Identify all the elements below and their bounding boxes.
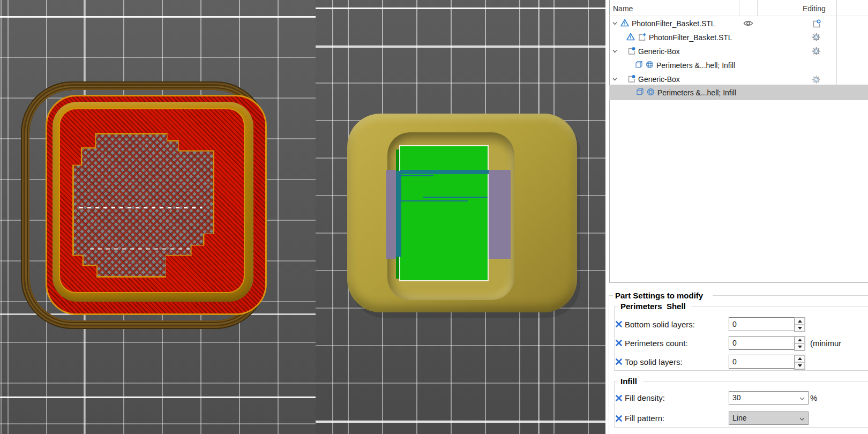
tree-item-label: Perimeters &...hell; Infill xyxy=(656,61,735,70)
shell-group-title: Perimeters Shell xyxy=(618,302,688,311)
remove-override-x-icon[interactable] xyxy=(615,339,623,349)
spinner-buttons xyxy=(794,336,805,351)
tree-row-part[interactable]: PhotonFilter_Basket.STL xyxy=(609,31,868,44)
bed-grid-line xyxy=(0,16,316,18)
tree-row-settings-summary[interactable]: Perimeters &...hell; Infill xyxy=(609,58,868,72)
warning-icon xyxy=(620,19,629,28)
warning-icon xyxy=(626,33,635,42)
editor-viewport[interactable] xyxy=(316,0,605,434)
green-modifier-volume[interactable] xyxy=(400,146,488,280)
box-dot-icon xyxy=(627,47,635,57)
column-header-name[interactable]: Name xyxy=(613,4,633,13)
object-settings-icon[interactable] xyxy=(812,19,821,29)
dropdown-chevron-icon xyxy=(799,412,808,424)
spinner-up-button[interactable] xyxy=(795,355,805,362)
gear-icon[interactable] xyxy=(812,75,821,85)
perimeters-count-input[interactable]: 0 xyxy=(729,336,798,350)
groupbox-border xyxy=(643,381,868,381)
modifier-intersection-line xyxy=(423,197,488,198)
groupbox-border xyxy=(691,306,868,306)
groupbox-border xyxy=(614,381,615,427)
spinner-down-icon xyxy=(798,327,802,330)
groupbox-border xyxy=(614,306,618,306)
tree-item-label: Generic-Box xyxy=(638,47,680,56)
column-divider[interactable] xyxy=(757,0,758,16)
setting-label: Fill pattern: xyxy=(625,414,664,423)
gcode-preview-viewport[interactable] xyxy=(0,0,316,434)
remove-override-x-icon[interactable] xyxy=(615,320,623,330)
fill-density-dropdown[interactable]: 30 xyxy=(729,391,809,405)
object-panel: Name Editing PhotonFilter_Basket.STL Pho… xyxy=(605,0,868,434)
gear-icon[interactable] xyxy=(812,33,821,42)
fill-pattern-dropdown[interactable]: Line xyxy=(729,411,809,425)
setting-label: Perimeters count: xyxy=(625,339,688,348)
groupbox-border xyxy=(614,381,618,381)
box-dot-icon xyxy=(627,74,635,85)
sphere-infill-icon xyxy=(646,61,654,70)
chevron-down-icon[interactable] xyxy=(612,75,618,84)
infill-highlight xyxy=(79,207,202,208)
modifier-intersection-band xyxy=(400,170,489,174)
cube-icon xyxy=(635,61,643,70)
eye-icon[interactable] xyxy=(743,19,753,29)
tree-row-generic-box[interactable]: Generic-Box xyxy=(609,44,868,58)
spinner-down-button[interactable] xyxy=(795,343,805,350)
setting-label: Bottom solid layers: xyxy=(625,320,695,329)
modifier-intersection-strip xyxy=(396,171,401,257)
spinner-up-icon xyxy=(798,339,802,341)
fill-pattern-value: Line xyxy=(732,412,799,424)
spinner-down-icon xyxy=(798,346,802,348)
setting-label: Fill density: xyxy=(625,393,665,402)
spinner-up-icon xyxy=(798,320,802,323)
cube-icon xyxy=(636,88,644,98)
groupbox-border xyxy=(713,295,868,296)
spinner-down-icon xyxy=(798,364,802,367)
spinner-down-button[interactable] xyxy=(795,362,805,369)
spinner-up-icon xyxy=(798,357,802,360)
tree-item-label: PhotonFilter_Basket.STL xyxy=(649,33,732,42)
modifier-intersection-line xyxy=(400,200,468,201)
bed-grid-line xyxy=(316,421,605,423)
remove-override-x-icon[interactable] xyxy=(615,358,623,368)
tree-item-label: Perimeters &...hell; Infill xyxy=(657,88,736,97)
groupbox-border xyxy=(614,370,868,371)
spinner-up-button[interactable] xyxy=(795,336,805,343)
percent-suffix: % xyxy=(810,393,817,402)
sphere-infill-icon xyxy=(647,88,655,98)
column-divider[interactable] xyxy=(739,0,739,16)
tree-row-settings-summary-selected[interactable]: Perimeters &...hell; Infill xyxy=(609,85,868,100)
modifier-intersection-line xyxy=(400,175,433,176)
sliced-basket-model[interactable] xyxy=(46,95,267,315)
fill-density-value: 30 xyxy=(732,392,799,404)
spinner-up-button[interactable] xyxy=(795,318,805,325)
bottom-solid-layers-input[interactable]: 0 xyxy=(729,317,798,331)
header-underline xyxy=(609,16,868,16)
gear-icon[interactable] xyxy=(812,47,821,56)
groupbox-border xyxy=(614,427,868,428)
add-part-icon xyxy=(638,33,646,43)
bed-grid-line xyxy=(316,8,605,9)
top-solid-layers-input[interactable]: 0 xyxy=(729,355,798,369)
tree-item-label: Generic-Box xyxy=(638,75,680,84)
groupbox-border xyxy=(609,295,609,434)
column-header-editing[interactable]: Editing xyxy=(803,4,826,13)
infill-group-title: Infill xyxy=(618,377,639,386)
remove-override-x-icon[interactable] xyxy=(615,394,623,404)
chevron-down-icon[interactable] xyxy=(612,47,618,56)
groupbox-border xyxy=(614,306,615,370)
infill-highlight xyxy=(90,248,191,250)
bed-grid-line xyxy=(0,396,316,398)
spinner-buttons xyxy=(794,317,805,332)
tree-row-object[interactable]: PhotonFilter_Basket.STL xyxy=(609,17,868,31)
part-settings-title: Part Settings to modify xyxy=(613,291,705,300)
chevron-down-icon[interactable] xyxy=(612,19,618,28)
bed-grid-line xyxy=(316,46,605,48)
spinner-buttons xyxy=(794,355,805,370)
tree-item-label: PhotonFilter_Basket.STL xyxy=(632,19,715,28)
remove-override-x-icon[interactable] xyxy=(615,415,623,424)
dropdown-chevron-icon xyxy=(799,392,808,404)
minimum-hint-text: (minimur xyxy=(810,339,841,348)
setting-label: Top solid layers: xyxy=(625,357,683,366)
spinner-down-button[interactable] xyxy=(795,325,805,332)
